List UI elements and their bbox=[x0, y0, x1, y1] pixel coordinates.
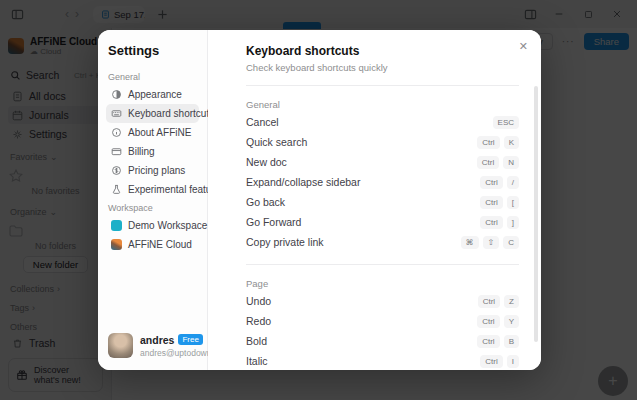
nav-item-label: Appearance bbox=[128, 89, 182, 100]
key-cap: Ctrl bbox=[480, 355, 502, 368]
key-cap: ESC bbox=[493, 116, 519, 129]
shortcut-label: Bold bbox=[246, 335, 267, 347]
shortcut-label: Quick search bbox=[246, 136, 307, 148]
key-cap: B bbox=[504, 335, 519, 348]
close-icon[interactable]: ✕ bbox=[519, 41, 528, 52]
general-group-label: General bbox=[108, 72, 197, 82]
key-cap: Ctrl bbox=[477, 136, 499, 149]
key-cap: N bbox=[503, 156, 519, 169]
shortcut-label: Expand/collapse sidebar bbox=[246, 176, 360, 188]
shortcut-label: Italic bbox=[246, 355, 268, 367]
content-title: Keyboard shortcuts bbox=[246, 44, 519, 58]
shortcut-row: BoldCtrlB bbox=[246, 331, 519, 351]
settings-modal: Settings General Appearance Keyboard sho… bbox=[98, 30, 541, 370]
key-group: CtrlK bbox=[477, 136, 519, 149]
key-cap: Ctrl bbox=[480, 196, 502, 209]
shortcut-row: New docCtrlN bbox=[246, 152, 519, 172]
settings-nav: Settings General Appearance Keyboard sho… bbox=[98, 30, 208, 370]
settings-nav-keyboard-shortcuts[interactable]: Keyboard shortcuts bbox=[106, 104, 199, 123]
shortcut-label: New doc bbox=[246, 156, 287, 168]
settings-nav-about[interactable]: About AFFiNE bbox=[106, 123, 199, 142]
info-icon bbox=[111, 127, 122, 138]
pricing-icon bbox=[111, 165, 122, 176]
shortcut-row: Go ForwardCtrl] bbox=[246, 212, 519, 232]
keyboard-icon bbox=[111, 108, 122, 119]
nav-item-label: AFFiNE Cloud bbox=[128, 239, 192, 250]
key-group: Ctrl] bbox=[480, 216, 519, 229]
settings-nav-billing[interactable]: Billing bbox=[106, 142, 199, 161]
shortcut-row: Go backCtrl[ bbox=[246, 192, 519, 212]
settings-nav-appearance[interactable]: Appearance bbox=[106, 85, 199, 104]
key-cap: Ctrl bbox=[480, 216, 502, 229]
key-group: CtrlN bbox=[477, 156, 519, 169]
key-group: CtrlB bbox=[477, 335, 519, 348]
key-cap: K bbox=[504, 136, 519, 149]
key-cap: Ctrl bbox=[480, 176, 502, 189]
credit-card-icon bbox=[111, 146, 122, 157]
scrollbar-thumb[interactable] bbox=[534, 86, 538, 342]
key-cap: I bbox=[507, 355, 519, 368]
settings-nav-pricing[interactable]: Pricing plans bbox=[106, 161, 199, 180]
nav-item-label: Billing bbox=[128, 146, 155, 157]
shortcut-label: Go Forward bbox=[246, 216, 301, 228]
workspace-group-label: Workspace bbox=[108, 203, 197, 213]
header-divider bbox=[246, 85, 519, 86]
user-name: andres bbox=[140, 334, 174, 346]
key-cap: [ bbox=[507, 196, 519, 209]
shortcut-label: Go back bbox=[246, 196, 285, 208]
appearance-icon bbox=[111, 89, 122, 100]
affine-cloud-avatar bbox=[111, 239, 122, 250]
settings-nav-experimental[interactable]: Experimental features bbox=[106, 180, 199, 199]
key-cap: Ctrl bbox=[477, 156, 499, 169]
shortcut-section-label: General bbox=[246, 99, 519, 110]
demo-workspace-avatar bbox=[111, 220, 122, 231]
flask-icon bbox=[111, 184, 122, 195]
key-group: Ctrl/ bbox=[480, 176, 519, 189]
key-group: CtrlY bbox=[477, 315, 519, 328]
shortcut-row: UndoCtrlZ bbox=[246, 291, 519, 311]
shortcut-label: Undo bbox=[246, 295, 271, 307]
key-cap: Ctrl bbox=[477, 315, 499, 328]
shortcut-row: Quick searchCtrlK bbox=[246, 132, 519, 152]
settings-nav-affine-cloud[interactable]: AFFiNE Cloud bbox=[106, 235, 199, 254]
shortcut-label: Redo bbox=[246, 315, 271, 327]
shortcut-row: Expand/collapse sidebarCtrl/ bbox=[246, 172, 519, 192]
shortcut-row: CancelESC bbox=[246, 112, 519, 132]
key-group: ⌘⇧C bbox=[461, 236, 519, 249]
key-cap: ⇧ bbox=[483, 236, 500, 249]
nav-item-label: Demo Workspace bbox=[128, 220, 207, 231]
key-cap: / bbox=[507, 176, 519, 189]
nav-item-label: Pricing plans bbox=[128, 165, 185, 176]
settings-nav-demo-workspace[interactable]: Demo Workspace bbox=[106, 216, 199, 235]
key-cap: ] bbox=[507, 216, 519, 229]
nav-item-label: About AFFiNE bbox=[128, 127, 191, 138]
key-group: CtrlZ bbox=[478, 295, 519, 308]
shortcut-row: RedoCtrlY bbox=[246, 311, 519, 331]
key-group: CtrlI bbox=[480, 355, 519, 368]
key-cap: ⌘ bbox=[461, 236, 479, 249]
key-cap: Ctrl bbox=[477, 335, 499, 348]
nav-item-label: Keyboard shortcuts bbox=[128, 108, 214, 119]
shortcut-section-label: Page bbox=[246, 278, 519, 289]
key-cap: C bbox=[503, 236, 519, 249]
account-button[interactable]: andres Free andres@uptodown.com bbox=[106, 333, 199, 358]
shortcut-label: Cancel bbox=[246, 116, 279, 128]
section-divider bbox=[246, 264, 519, 265]
user-avatar bbox=[108, 333, 133, 358]
shortcut-label: Copy private link bbox=[246, 236, 324, 248]
plan-badge: Free bbox=[178, 334, 202, 345]
key-cap: Z bbox=[504, 295, 519, 308]
key-cap: Ctrl bbox=[478, 295, 500, 308]
key-group: ESC bbox=[493, 116, 519, 129]
settings-content: ✕ Keyboard shortcuts Check keyboard shor… bbox=[208, 30, 541, 370]
shortcut-row: Copy private link⌘⇧C bbox=[246, 232, 519, 252]
shortcut-row: ItalicCtrlI bbox=[246, 351, 519, 370]
content-subtitle: Check keyboard shortcuts quickly bbox=[246, 62, 519, 73]
settings-title: Settings bbox=[108, 43, 197, 58]
key-cap: Y bbox=[504, 315, 519, 328]
key-group: Ctrl[ bbox=[480, 196, 519, 209]
screen: ‹ › Sep 17, 20 bbox=[0, 0, 637, 400]
shortcut-sections: GeneralCancelESCQuick searchCtrlKNew doc… bbox=[246, 99, 519, 370]
